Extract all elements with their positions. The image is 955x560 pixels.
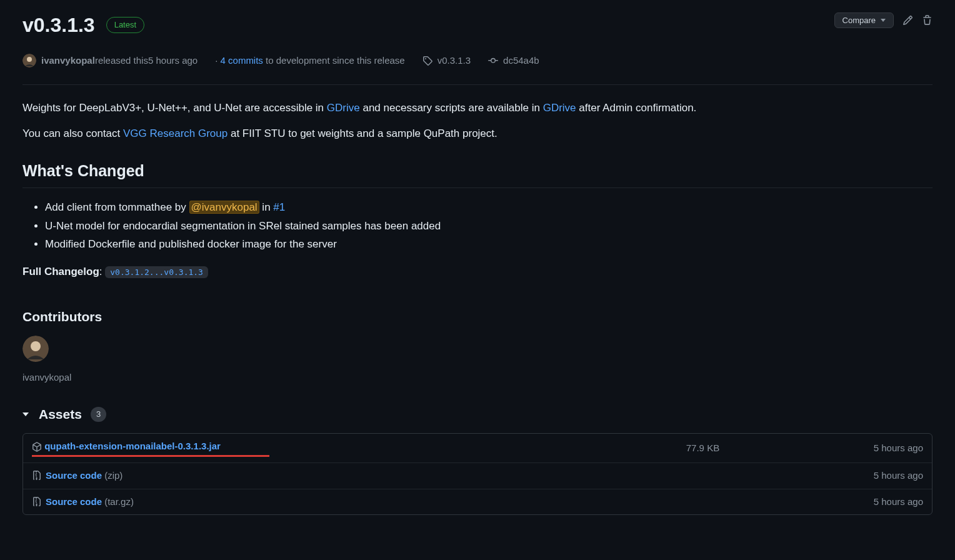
commits-suffix: to development since this release bbox=[263, 55, 405, 66]
asset-name-text: Source code bbox=[46, 470, 102, 481]
caret-down-icon bbox=[22, 412, 29, 416]
release-timeago: 5 hours ago bbox=[148, 54, 198, 68]
commits-block: · 4 commits to development since this re… bbox=[215, 54, 404, 68]
gdrive-link-1[interactable]: GDrive bbox=[327, 102, 360, 114]
trash-icon bbox=[922, 15, 932, 26]
asset-row: qupath-extension-monailabel-0.3.1.3.jar … bbox=[23, 434, 932, 464]
list-item: U-Net model for endocardial segmentation… bbox=[45, 218, 932, 234]
svg-point-1 bbox=[27, 57, 32, 62]
assets-heading: Assets bbox=[39, 404, 82, 424]
asset-ext: (tar.gz) bbox=[102, 496, 134, 507]
compare-label: Compare bbox=[842, 16, 876, 25]
latest-badge: Latest bbox=[106, 17, 144, 33]
assets-list: qupath-extension-monailabel-0.3.1.3.jar … bbox=[22, 433, 932, 516]
tag-block[interactable]: v0.3.1.3 bbox=[422, 54, 471, 68]
caret-down-icon bbox=[881, 19, 886, 22]
author-link[interactable]: ivanvykopal bbox=[41, 54, 95, 68]
file-zip-icon bbox=[32, 471, 42, 481]
changelog-label: Full Changelog bbox=[22, 266, 99, 278]
list-item: Modified Dockerfile and published docker… bbox=[45, 236, 932, 252]
tag-icon bbox=[422, 56, 432, 66]
release-title: v0.3.1.3 bbox=[22, 10, 95, 40]
pr-link[interactable]: #1 bbox=[273, 201, 285, 213]
asset-ext: (zip) bbox=[102, 470, 122, 481]
body-text: and necessary scripts are available in bbox=[360, 102, 543, 114]
contributor-avatar-link[interactable] bbox=[22, 336, 932, 362]
asset-row: Source code (zip) 5 hours ago bbox=[23, 463, 932, 489]
tag-name: v0.3.1.3 bbox=[438, 54, 471, 68]
asset-size: 77.9 KB bbox=[686, 441, 874, 456]
contributors-heading: Contributors bbox=[22, 307, 932, 327]
commit-block[interactable]: dc54a4b bbox=[488, 54, 539, 68]
list-item-text: in bbox=[259, 201, 274, 213]
list-item: Add client from tommathee by @ivanvykopa… bbox=[45, 199, 932, 216]
delete-button[interactable] bbox=[922, 15, 932, 26]
package-icon bbox=[32, 442, 42, 452]
asset-link[interactable]: Source code (zip) bbox=[46, 469, 122, 483]
asset-row: Source code (tar.gz) 5 hours ago bbox=[23, 489, 932, 515]
changelog-link[interactable]: v0.3.1.2...v0.3.1.3 bbox=[105, 266, 208, 278]
asset-link[interactable]: Source code (tar.gz) bbox=[46, 495, 134, 509]
vgg-link[interactable]: VGG Research Group bbox=[123, 128, 228, 139]
asset-time: 5 hours ago bbox=[874, 469, 923, 483]
asset-name-text: Source code bbox=[46, 496, 102, 507]
asset-time: 5 hours ago bbox=[874, 495, 923, 509]
asset-link[interactable]: qupath-extension-monailabel-0.3.1.3.jar bbox=[44, 441, 221, 451]
body-text: at FIIT STU to get weights and a sample … bbox=[228, 128, 498, 139]
commits-prefix: · bbox=[215, 55, 220, 66]
edit-button[interactable] bbox=[902, 15, 913, 26]
gdrive-link-2[interactable]: GDrive bbox=[543, 102, 576, 114]
avatar-icon bbox=[22, 54, 36, 68]
commit-sha: dc54a4b bbox=[503, 54, 539, 68]
asset-time: 5 hours ago bbox=[874, 441, 923, 456]
body-text: after Admin confirmation. bbox=[576, 102, 697, 114]
assets-toggle[interactable]: Assets 3 bbox=[22, 404, 932, 424]
body-text: You can also contact bbox=[22, 128, 123, 139]
release-body: Weights for DeepLabV3+, U-Net++, and U-N… bbox=[22, 100, 932, 280]
file-zip-icon bbox=[32, 497, 42, 507]
assets-count: 3 bbox=[91, 407, 106, 422]
avatar-icon bbox=[22, 336, 49, 362]
divider bbox=[22, 84, 932, 85]
author-block: ivanvykopal released this 5 hours ago bbox=[22, 54, 198, 68]
changelog-colon: : bbox=[99, 266, 105, 278]
author-suffix: released this bbox=[95, 54, 148, 68]
compare-button[interactable]: Compare bbox=[834, 12, 894, 28]
mention-link[interactable]: @ivanvykopal bbox=[189, 201, 259, 214]
commit-icon bbox=[488, 56, 498, 66]
commits-link[interactable]: 4 commits bbox=[221, 55, 263, 66]
body-text: Weights for DeepLabV3+, U-Net++, and U-N… bbox=[22, 102, 327, 114]
svg-point-3 bbox=[31, 341, 41, 351]
contributor-name: ivanvykopal bbox=[22, 371, 932, 385]
list-item-text: Add client from tommathee by bbox=[45, 201, 189, 213]
whats-changed-heading: What's Changed bbox=[22, 159, 932, 189]
pencil-icon bbox=[902, 15, 913, 26]
